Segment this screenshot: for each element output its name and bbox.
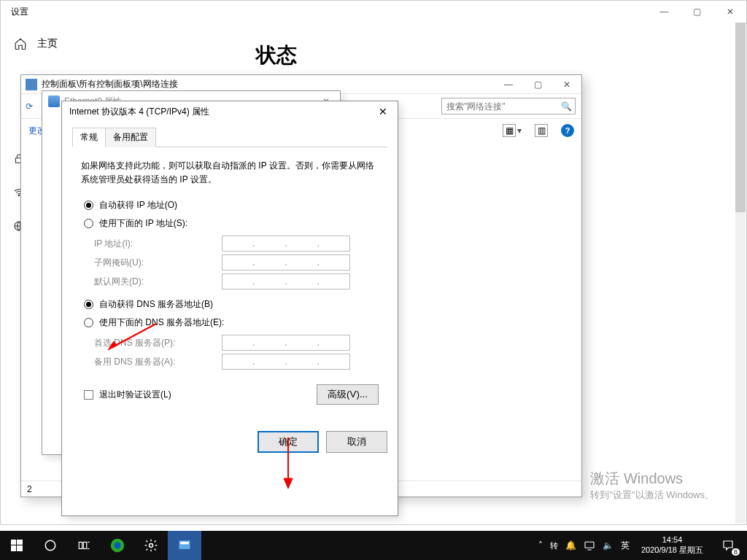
taskbar-app-settings[interactable] [134,531,168,560]
gear-icon [144,538,158,553]
settings-home-link[interactable]: 主页 [1,30,234,58]
svg-marker-4 [108,341,117,350]
scrollbar-thumb[interactable] [735,23,746,212]
annotation-arrow-dns-auto [107,322,158,354]
settings-scrollbar[interactable] [735,23,746,524]
radio-label: 自动获得 DNS 服务器地址(B) [99,298,213,311]
field-gateway: 默认网关(D): ... [94,273,379,289]
taskbar: ˄ 转 🔔 🔈 英 14:54 2020/9/18 星期五 8 [0,531,747,560]
svg-marker-6 [284,478,293,489]
tray-mic-label[interactable]: 转 [550,540,558,551]
ip-fields: IP 地址(I): ... 子网掩码(U): ... 默认网关(D): ... [94,236,379,289]
svg-rect-13 [83,542,87,549]
ip-address-input: ... [222,236,350,252]
checkbox-icon[interactable] [84,390,93,400]
ipv4-titlebar: Internet 协议版本 4 (TCP/IPv4) 属性 ✕ [62,101,398,122]
task-view-button[interactable] [67,531,101,560]
ipv4-title: Internet 协议版本 4 (TCP/IPv4) 属性 [69,106,209,118]
start-button[interactable] [0,531,34,560]
search-icon[interactable]: 🔍 [561,101,572,112]
help-icon[interactable]: ? [561,124,574,137]
cp-window-controls: — ▢ ✕ [494,75,581,93]
radio-icon [84,219,93,228]
validate-on-exit-row: 退出时验证设置(L) 高级(V)... [84,384,379,405]
svg-rect-10 [17,545,23,551]
radio-dns-auto[interactable]: 自动获得 DNS 服务器地址(B) [84,298,379,311]
svg-point-11 [45,540,55,551]
maximize-icon[interactable]: ▢ [523,75,552,93]
settings-titlebar: 设置 — ▢ ✕ [1,1,746,23]
taskbar-app-edge[interactable] [101,531,134,560]
task-view-icon [77,539,90,552]
tab-alt-config[interactable]: 备用配置 [105,128,156,147]
refresh-icon[interactable]: ⟳ [21,98,37,114]
radio-ip-manual[interactable]: 使用下面的 IP 地址(S): [84,217,379,230]
ime-indicator[interactable]: 英 [621,540,630,552]
ipv4-body: 常规 备用配置 如果网络支持此功能，则可以获取自动指派的 IP 设置。否则，你需… [62,122,398,422]
clock-time: 14:54 [641,535,703,545]
settings-window-controls: — ▢ ✕ [648,1,746,23]
svg-point-17 [114,542,120,548]
cp-search-input[interactable]: 🔍 [441,98,576,114]
maximize-icon[interactable]: ▢ [681,1,713,23]
home-icon [14,37,27,50]
svg-point-1 [18,195,19,195]
ipv4-tabs: 常规 备用配置 [72,128,387,147]
svg-rect-7 [11,540,16,545]
svg-rect-20 [180,542,189,544]
svg-rect-9 [11,545,16,551]
field-ip-address: IP 地址(I): ... [94,236,379,252]
clock-date: 2020/9/18 星期五 [641,545,703,556]
gateway-input: ... [222,273,350,289]
radio-icon [84,201,93,210]
svg-point-18 [150,544,153,548]
close-icon[interactable]: ✕ [368,101,398,122]
dialog-buttons: 确定 取消 [62,422,398,462]
dns-alt-input: ... [222,354,350,370]
close-icon[interactable]: ✕ [713,1,746,23]
close-icon[interactable]: ✕ [552,75,581,93]
svg-rect-21 [585,542,594,548]
radio-label: 自动获得 IP 地址(O) [99,199,177,211]
circle-icon [44,539,57,552]
control-panel-icon [177,538,192,553]
cp-breadcrumb[interactable]: 控制面板\所有控制面板项\网络连接 [42,78,178,90]
settings-title: 设置 [11,6,28,18]
notif-badge: 8 [732,548,740,556]
network-icon[interactable] [584,540,595,551]
network-adapter-icon [48,96,60,107]
notifications-icon[interactable]: 🔔 [565,540,576,551]
svg-line-3 [112,324,156,347]
volume-icon[interactable]: 🔈 [603,540,614,551]
ipv4-properties-dialog: Internet 协议版本 4 (TCP/IPv4) 属性 ✕ 常规 备用配置 … [61,101,398,516]
radio-label: 使用下面的 IP 地址(S): [99,217,187,230]
action-center-button[interactable]: 8 [715,531,741,560]
view-icons-button[interactable]: ▦▾ [503,124,522,137]
settings-home-label: 主页 [37,37,58,50]
svg-rect-8 [17,540,23,545]
taskbar-app-control-panel[interactable] [168,531,201,560]
windows-logo-icon [11,540,23,551]
tab-general[interactable]: 常规 [72,128,106,147]
field-label: 默认网关(D): [94,276,222,288]
cp-search-field[interactable] [445,101,572,112]
view-details-button[interactable]: ▥ [535,124,548,137]
field-subnet: 子网掩码(U): ... [94,254,379,271]
minimize-icon[interactable]: — [494,75,523,93]
cp-icon [26,79,37,90]
dns-preferred-input: ... [222,335,350,351]
cortana-button[interactable] [34,531,67,560]
validate-label: 退出时验证设置(L) [99,389,171,401]
field-label: 子网掩码(U): [94,257,222,269]
taskbar-clock[interactable]: 14:54 2020/9/18 星期五 [637,535,708,556]
advanced-button[interactable]: 高级(V)... [317,384,379,405]
field-dns-alt: 备用 DNS 服务器(A): ... [94,354,379,370]
tray-chevron-up-icon[interactable]: ˄ [538,540,543,551]
ipv4-description: 如果网络支持此功能，则可以获取自动指派的 IP 设置。否则，你需要从网络系统管理… [81,159,379,186]
minimize-icon[interactable]: — [648,1,681,23]
status-heading: 状态 [256,42,724,69]
radio-icon [84,300,93,309]
tab-panel-general: 如果网络支持此功能，则可以获取自动指派的 IP 设置。否则，你需要从网络系统管理… [72,147,387,412]
cancel-button[interactable]: 取消 [326,431,387,453]
radio-ip-auto[interactable]: 自动获得 IP 地址(O) [84,199,379,211]
